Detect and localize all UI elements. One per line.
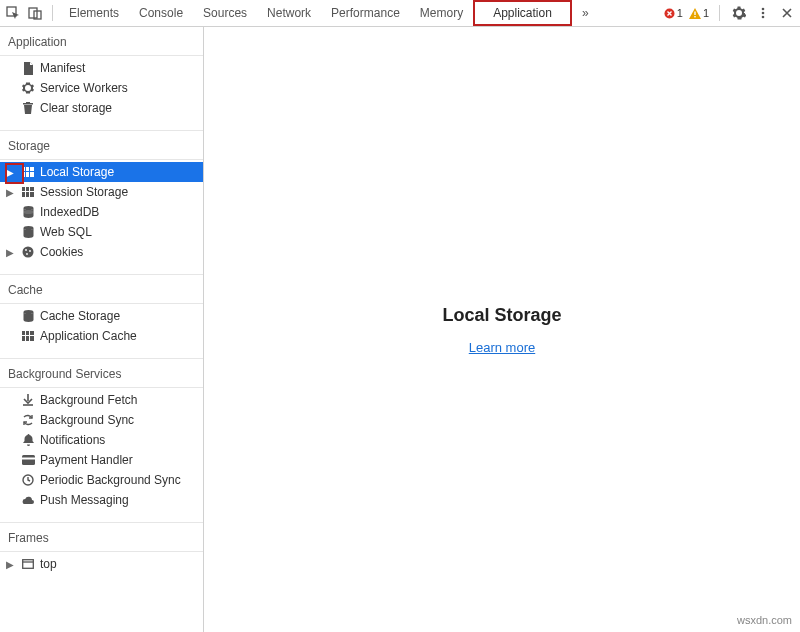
label: top — [40, 557, 57, 571]
label: Clear storage — [40, 101, 112, 115]
svg-rect-12 — [30, 167, 34, 171]
tab-elements[interactable]: Elements — [59, 0, 129, 26]
database-icon — [20, 206, 36, 218]
svg-rect-13 — [22, 172, 25, 177]
svg-rect-19 — [22, 192, 25, 197]
devtools-tabs: Elements Console Sources Network Perform… — [59, 0, 599, 26]
triangle-right-icon[interactable]: ▶ — [4, 167, 16, 178]
triangle-right-icon[interactable]: ▶ — [4, 559, 16, 570]
triangle-right-icon[interactable]: ▶ — [4, 187, 16, 198]
svg-rect-5 — [694, 16, 695, 17]
svg-point-27 — [29, 250, 31, 252]
label: Manifest — [40, 61, 85, 75]
label: Cookies — [40, 245, 83, 259]
sidebar-item-push-messaging[interactable]: Push Messaging — [0, 490, 203, 510]
cookie-icon — [20, 246, 36, 258]
frame-icon — [20, 559, 36, 569]
bell-icon — [20, 434, 36, 446]
label: Background Fetch — [40, 393, 137, 407]
gear-icon — [20, 82, 36, 94]
svg-rect-4 — [694, 11, 695, 15]
sidebar-item-manifest[interactable]: Manifest — [0, 58, 203, 78]
sidebar-item-background-fetch[interactable]: Background Fetch — [0, 390, 203, 410]
svg-point-24 — [23, 226, 33, 230]
label: Cache Storage — [40, 309, 120, 323]
svg-rect-11 — [26, 167, 29, 171]
svg-rect-18 — [30, 187, 34, 191]
svg-rect-1 — [29, 8, 37, 18]
inspect-element-icon[interactable] — [2, 2, 24, 24]
svg-point-29 — [23, 310, 33, 314]
svg-rect-20 — [26, 192, 29, 197]
svg-point-25 — [23, 247, 34, 258]
svg-rect-33 — [22, 336, 25, 341]
content-heading: Local Storage — [442, 305, 561, 326]
svg-rect-10 — [22, 167, 25, 171]
sidebar-item-notifications[interactable]: Notifications — [0, 430, 203, 450]
grid-icon — [20, 331, 36, 341]
section-storage[interactable]: Storage — [0, 130, 203, 160]
section-frames[interactable]: Frames — [0, 522, 203, 552]
label: Periodic Background Sync — [40, 473, 181, 487]
tab-console[interactable]: Console — [129, 0, 193, 26]
label: Background Sync — [40, 413, 134, 427]
svg-point-22 — [23, 206, 33, 210]
svg-point-6 — [762, 8, 765, 11]
sidebar-item-background-sync[interactable]: Background Sync — [0, 410, 203, 430]
more-vert-icon[interactable] — [752, 2, 774, 24]
sidebar-item-cookies[interactable]: ▶ Cookies — [0, 242, 203, 262]
tab-network[interactable]: Network — [257, 0, 321, 26]
sidebar-item-payment-handler[interactable]: Payment Handler — [0, 450, 203, 470]
label: Application Cache — [40, 329, 137, 343]
sidebar-item-service-workers[interactable]: Service Workers — [0, 78, 203, 98]
svg-rect-36 — [22, 455, 35, 465]
tab-memory[interactable]: Memory — [410, 0, 473, 26]
svg-rect-34 — [26, 336, 29, 341]
svg-point-23 — [23, 210, 33, 214]
sidebar-item-cache-storage[interactable]: Cache Storage — [0, 306, 203, 326]
label: Push Messaging — [40, 493, 129, 507]
sidebar-item-periodic-sync[interactable]: Periodic Background Sync — [0, 470, 203, 490]
watermark: wsxdn.com — [737, 614, 792, 626]
grid-icon — [20, 167, 36, 177]
cloud-icon — [20, 496, 36, 505]
warning-count-value: 1 — [703, 7, 709, 19]
document-icon — [20, 62, 36, 75]
tab-performance[interactable]: Performance — [321, 0, 410, 26]
sidebar-item-frame-top[interactable]: ▶ top — [0, 554, 203, 574]
label: Session Storage — [40, 185, 128, 199]
close-icon[interactable] — [776, 2, 798, 24]
section-cache[interactable]: Cache — [0, 274, 203, 304]
sidebar-item-web-sql[interactable]: Web SQL — [0, 222, 203, 242]
label: Notifications — [40, 433, 105, 447]
database-icon — [20, 226, 36, 238]
sidebar-item-clear-storage[interactable]: Clear storage — [0, 98, 203, 118]
svg-rect-39 — [23, 560, 34, 569]
sidebar-item-application-cache[interactable]: Application Cache — [0, 326, 203, 346]
warning-count[interactable]: 1 — [687, 7, 711, 19]
svg-point-26 — [25, 249, 27, 251]
devtools-toolbar: Elements Console Sources Network Perform… — [0, 0, 800, 27]
triangle-right-icon[interactable]: ▶ — [4, 247, 16, 258]
error-icon — [664, 8, 675, 19]
learn-more-link[interactable]: Learn more — [469, 340, 535, 355]
error-count[interactable]: 1 — [662, 7, 685, 19]
sidebar-item-session-storage[interactable]: ▶ Session Storage — [0, 182, 203, 202]
settings-gear-icon[interactable] — [728, 2, 750, 24]
svg-point-8 — [762, 16, 765, 19]
device-toggle-icon[interactable] — [24, 2, 46, 24]
tab-application-highlight: Application — [473, 0, 572, 26]
separator — [719, 5, 720, 21]
sidebar-item-indexeddb[interactable]: IndexedDB — [0, 202, 203, 222]
section-application[interactable]: Application — [0, 27, 203, 56]
svg-rect-31 — [26, 331, 29, 335]
svg-rect-21 — [30, 192, 34, 197]
sync-icon — [20, 414, 36, 426]
sidebar-item-local-storage[interactable]: ▶ Local Storage — [0, 162, 203, 182]
label: Web SQL — [40, 225, 92, 239]
section-background-services[interactable]: Background Services — [0, 358, 203, 388]
tab-application[interactable]: Application — [485, 6, 560, 20]
tab-sources[interactable]: Sources — [193, 0, 257, 26]
tab-overflow[interactable]: » — [572, 0, 599, 26]
trash-icon — [20, 102, 36, 114]
